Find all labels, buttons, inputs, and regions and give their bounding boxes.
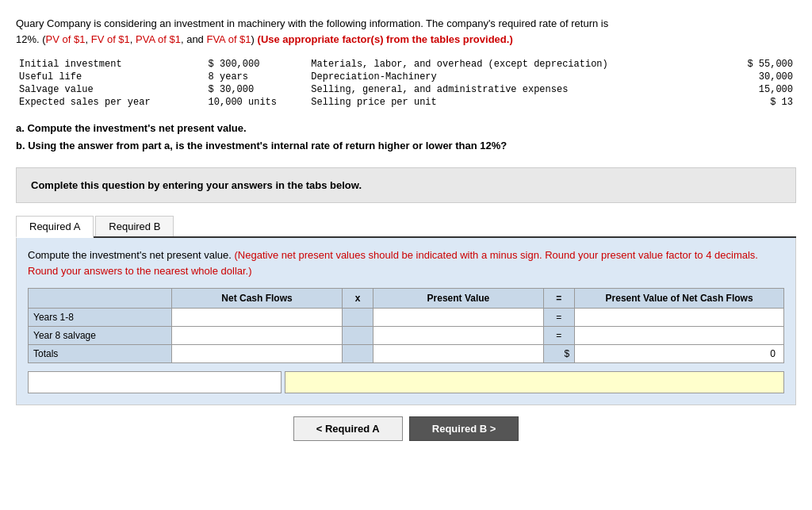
info-row-1: Initial investment $ 300,000 Materials, … [16, 58, 796, 71]
ncf-salvage[interactable] [172, 327, 342, 345]
part-a: a. Compute the investment's net present … [16, 120, 796, 137]
info-value-2: 8 years [205, 71, 308, 83]
equals-1: = [543, 309, 575, 327]
data-table: Net Cash Flows x Present Value = Present… [28, 288, 784, 363]
table-row-totals: Totals $ 0 [29, 345, 784, 363]
pva1-link[interactable]: PVA of $1 [136, 33, 181, 45]
info-label-4: Expected sales per year [16, 96, 205, 109]
pvncf-years18[interactable] [575, 309, 784, 327]
info-row-2: Useful life 8 years Depreciation-Machine… [16, 71, 796, 83]
next-button[interactable]: Required B > [409, 416, 519, 441]
table-row-years18: Years 1-8 = [29, 309, 784, 327]
prev-label: < Required A [316, 423, 380, 435]
pvncf-years18-input[interactable] [580, 311, 779, 324]
pv-totals-input[interactable] [378, 347, 538, 360]
info-label-2: Useful life [16, 71, 205, 83]
pv-totals[interactable] [373, 345, 543, 363]
equals-2: = [543, 327, 575, 345]
info-right-value-3: 15,000 [725, 83, 796, 96]
ncf-years18[interactable] [172, 309, 342, 327]
info-row-3: Salvage value $ 30,000 Selling, general,… [16, 83, 796, 96]
bottom-left-input[interactable] [28, 371, 282, 393]
ncf-years18-input[interactable] [177, 311, 336, 324]
bottom-row [28, 371, 784, 393]
comma2: , [130, 33, 136, 45]
pv-salvage[interactable] [373, 327, 543, 345]
pvncf-salvage-input[interactable] [580, 329, 779, 342]
comma3: , and [181, 33, 207, 45]
info-value-4: 10,000 units [205, 96, 308, 109]
info-right-label-2: Depreciation-Machinery [308, 71, 725, 83]
info-right-value-1: $ 55,000 [725, 58, 796, 71]
intro-paragraph: Quary Company is considering an investme… [16, 16, 796, 47]
row-label-years18: Years 1-8 [29, 309, 172, 327]
table-header-row: Net Cash Flows x Present Value = Present… [29, 289, 784, 309]
next-label: Required B > [432, 423, 496, 435]
x-operator-2 [342, 327, 373, 345]
col-header-pvncf: Present Value of Net Cash Flows [575, 289, 784, 309]
pv1-link[interactable]: PV of $1 [46, 33, 86, 45]
col-header-years [29, 289, 172, 309]
prev-button[interactable]: < Required A [293, 416, 403, 441]
col-header-ncf: Net Cash Flows [172, 289, 342, 309]
tab-b-label: Required B [109, 220, 160, 232]
info-right-label-3: Selling, general, and administrative exp… [308, 83, 725, 96]
ncf-salvage-input[interactable] [177, 329, 336, 342]
bold-instruction: (Use appropriate factor(s) from the tabl… [258, 33, 513, 45]
info-table: Initial investment $ 300,000 Materials, … [16, 58, 796, 109]
tab-required-b[interactable]: Required B [95, 216, 174, 236]
x-operator-1 [342, 309, 373, 327]
info-value-1: $ 300,000 [205, 58, 308, 71]
bottom-right-field[interactable] [285, 372, 783, 393]
info-value-3: $ 30,000 [205, 83, 308, 96]
row-label-totals: Totals [29, 345, 172, 363]
part-a-label: a. [16, 122, 25, 134]
tab-required-a[interactable]: Required A [16, 216, 94, 238]
info-label-3: Salvage value [16, 83, 205, 96]
fva1-link[interactable]: FVA of $1 [206, 33, 251, 45]
x-operator-3 [342, 345, 373, 363]
fv1-link[interactable]: FV of $1 [91, 33, 130, 45]
comma1: , [85, 33, 90, 45]
col-header-pv: Present Value [373, 289, 543, 309]
part-b: b. Using the answer from part a, is the … [16, 137, 796, 155]
col-header-x: x [342, 289, 373, 309]
bottom-left-field[interactable] [29, 372, 281, 393]
pvncf-salvage[interactable] [575, 327, 784, 345]
dollar-sign: $ [543, 345, 575, 363]
tab-content: Compute the investment's net present val… [16, 238, 796, 405]
intro-text3: ) [251, 33, 258, 45]
pvncf-totals: 0 [575, 345, 784, 363]
bottom-right-input[interactable] [285, 371, 784, 393]
pv-salvage-input[interactable] [378, 329, 538, 342]
parts-section: a. Compute the investment's net present … [16, 120, 796, 155]
nav-buttons: < Required A Required B > [16, 416, 796, 441]
part-a-text: Compute the investment's net present val… [27, 122, 246, 134]
ncf-totals[interactable] [172, 345, 342, 363]
pv-years18[interactable] [373, 309, 543, 327]
row-label-salvage: Year 8 salvage [29, 327, 172, 345]
complete-box-text: Complete this question by entering your … [31, 179, 362, 191]
part-b-text: Using the answer from part a, is the inv… [28, 140, 507, 151]
instruction-normal: Compute the investment's net present val… [28, 249, 232, 261]
ncf-totals-input[interactable] [177, 347, 336, 360]
complete-box: Complete this question by entering your … [16, 167, 796, 203]
col-header-equals: = [543, 289, 575, 309]
tab-instruction: Compute the investment's net present val… [28, 247, 784, 278]
tabs-row: Required A Required B [16, 216, 796, 238]
info-right-value-2: 30,000 [725, 71, 796, 83]
info-right-label-1: Materials, labor, and overhead (except d… [308, 58, 725, 71]
info-right-value-4: $ 13 [725, 96, 796, 109]
pv-years18-input[interactable] [378, 311, 538, 324]
table-row-salvage: Year 8 salvage = [29, 327, 784, 345]
intro-text1: Quary Company is considering an investme… [16, 17, 608, 29]
info-row-4: Expected sales per year 10,000 units Sel… [16, 96, 796, 109]
tab-a-label: Required A [29, 220, 80, 232]
part-b-label: b. [16, 140, 25, 151]
intro-text2: 12%. ( [16, 33, 46, 45]
info-right-label-4: Selling price per unit [308, 96, 725, 109]
info-label-1: Initial investment [16, 58, 205, 71]
